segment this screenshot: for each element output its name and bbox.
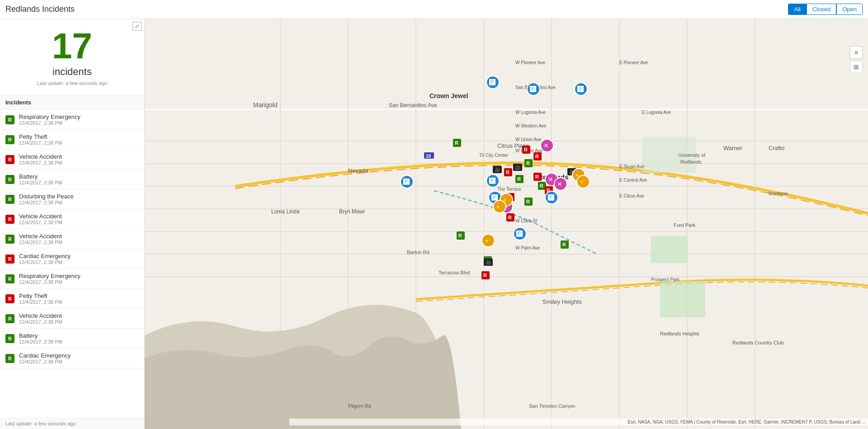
svg-text:Smiley Heights: Smiley Heights bbox=[542, 298, 582, 305]
svg-text:W Union Ave: W Union Ave bbox=[515, 137, 542, 142]
incident-info: Respiratory Emergency12/4/2017, 2:38 PM bbox=[19, 113, 139, 126]
svg-text:Nevada: Nevada bbox=[348, 167, 369, 174]
svg-text:+: + bbox=[485, 238, 488, 244]
list-item[interactable]: RPetty Theft12/4/2017, 2:38 PM bbox=[0, 289, 144, 309]
svg-text:R: R bbox=[458, 233, 462, 238]
svg-text:Barton Rd: Barton Rd bbox=[407, 250, 429, 255]
svg-text:W Lugonia Ave: W Lugonia Ave bbox=[515, 110, 546, 115]
svg-text:Bryn Mawr: Bryn Mawr bbox=[339, 208, 365, 215]
layers-button[interactable]: ≡ bbox=[850, 46, 863, 59]
svg-text:Redlands Country Club: Redlands Country Club bbox=[732, 340, 784, 345]
incident-icon: R bbox=[5, 334, 14, 343]
svg-text:Redlands Heights: Redlands Heights bbox=[660, 331, 699, 336]
list-item[interactable]: RBattery12/4/2017, 2:38 PM bbox=[0, 329, 144, 349]
svg-text:E Citrus Ave: E Citrus Ave bbox=[619, 193, 644, 198]
svg-text:R: R bbox=[483, 273, 487, 278]
svg-text:R: R bbox=[524, 147, 528, 152]
svg-text:Loma Linda: Loma Linda bbox=[271, 208, 300, 215]
svg-text:Mentone: Mentone bbox=[769, 191, 788, 196]
list-item[interactable]: RVehicle Accident12/4/2017, 2:38 PM bbox=[0, 150, 144, 170]
incident-info: Vehicle Accident12/4/2017, 2:38 PM bbox=[19, 153, 139, 165]
svg-text:🅿: 🅿 bbox=[403, 178, 410, 185]
svg-text:W Clark St: W Clark St bbox=[515, 218, 537, 223]
incident-name: Battery bbox=[19, 173, 139, 180]
incident-time: 12/4/2017, 2:38 PM bbox=[19, 359, 139, 364]
svg-rect-17 bbox=[651, 236, 687, 263]
filter-all-button[interactable]: All bbox=[788, 4, 806, 15]
svg-text:Crafto: Crafto bbox=[769, 145, 784, 151]
incident-info: Battery12/4/2017, 2:38 PM bbox=[19, 173, 139, 185]
list-item[interactable]: RCardiac Emergency12/4/2017, 2:38 PM bbox=[0, 249, 144, 269]
incident-name: Vehicle Accident bbox=[19, 233, 139, 240]
incident-time: 12/4/2017, 2:38 PM bbox=[19, 120, 139, 126]
incident-name: Petty Theft bbox=[19, 292, 139, 299]
svg-text:✕: ✕ bbox=[557, 180, 562, 188]
incident-icon: R bbox=[5, 255, 14, 264]
svg-text:R: R bbox=[508, 215, 512, 220]
incident-name: Vehicle Accident bbox=[19, 213, 139, 220]
app-title: Redlands Incidents bbox=[5, 5, 75, 14]
svg-text:R: R bbox=[455, 140, 458, 146]
incident-count: 17 bbox=[9, 28, 135, 64]
left-panel: ⤢ 17 incidents Last update: a few second… bbox=[0, 19, 145, 429]
incident-name: Cardiac Emergency bbox=[19, 253, 139, 259]
svg-text:Marigold: Marigold bbox=[253, 101, 278, 108]
svg-text:W Palm Ave: W Palm Ave bbox=[515, 245, 540, 250]
incidents-header: Incidents bbox=[0, 95, 144, 110]
svg-text:R: R bbox=[506, 170, 509, 175]
filter-open-button[interactable]: Open bbox=[836, 4, 863, 15]
svg-text:University of: University of bbox=[678, 152, 706, 158]
svg-text:R: R bbox=[540, 183, 543, 189]
list-item[interactable]: RPetty Theft12/4/2017, 2:38 PM bbox=[0, 130, 144, 150]
incident-time: 12/4/2017, 2:38 PM bbox=[19, 220, 139, 225]
list-item[interactable]: RDisturbing the Peace12/4/2017, 2:38 PM bbox=[0, 189, 144, 209]
incident-icon: R bbox=[5, 135, 14, 144]
incident-info: Respiratory Emergency12/4/2017, 2:38 PM bbox=[19, 273, 139, 285]
list-item[interactable]: RCardiac Emergency12/4/2017, 2:38 PM bbox=[0, 349, 144, 368]
svg-text:Terracina Blvd: Terracina Blvd bbox=[439, 270, 470, 275]
svg-text:Tri City Center: Tri City Center bbox=[479, 153, 509, 158]
svg-text:R: R bbox=[517, 176, 521, 182]
svg-text:✕: ✕ bbox=[548, 176, 553, 183]
list-item[interactable]: RBattery12/4/2017, 2:38 PM bbox=[0, 170, 144, 189]
incident-time: 12/4/2017, 2:38 PM bbox=[19, 299, 139, 305]
svg-text:The Terrace: The Terrace bbox=[497, 187, 522, 192]
main-content: ⤢ 17 incidents Last update: a few second… bbox=[0, 19, 868, 429]
svg-text:+: + bbox=[580, 179, 583, 185]
svg-text:🎥: 🎥 bbox=[495, 167, 500, 173]
incident-icon: R bbox=[5, 314, 14, 323]
list-item[interactable]: RRespiratory Emergency12/4/2017, 2:38 PM bbox=[0, 110, 144, 130]
map-attribution: Esri, NASA, NGA, USGS, FEMA | County of … bbox=[289, 419, 868, 425]
incident-info: Vehicle Accident12/4/2017, 2:38 PM bbox=[19, 213, 139, 225]
list-item[interactable]: RRespiratory Emergency12/4/2017, 2:38 PM bbox=[0, 269, 144, 289]
incident-icon: R bbox=[5, 195, 14, 204]
incident-time: 12/4/2017, 2:38 PM bbox=[19, 140, 139, 146]
incident-icon: R bbox=[5, 175, 14, 184]
svg-rect-18 bbox=[660, 281, 705, 317]
incidents-list[interactable]: RRespiratory Emergency12/4/2017, 2:38 PM… bbox=[0, 110, 144, 418]
svg-text:Ford Park: Ford Park bbox=[674, 222, 696, 228]
list-item[interactable]: RVehicle Accident12/4/2017, 2:38 PM bbox=[0, 209, 144, 229]
incident-info: Vehicle Accident12/4/2017, 2:38 PM bbox=[19, 312, 139, 325]
svg-text:R: R bbox=[535, 174, 539, 179]
incident-name: Respiratory Emergency bbox=[19, 273, 139, 279]
incident-time: 12/4/2017, 2:38 PM bbox=[19, 259, 139, 265]
incident-time: 12/4/2017, 2:38 PM bbox=[19, 200, 139, 205]
svg-text:🅿: 🅿 bbox=[489, 177, 495, 184]
svg-text:San Timoteo Canyon: San Timoteo Canyon bbox=[529, 403, 576, 409]
incident-time: 12/4/2017, 2:38 PM bbox=[19, 339, 139, 344]
app-header: Redlands Incidents All Closed Open bbox=[0, 0, 868, 19]
list-item[interactable]: RVehicle Accident12/4/2017, 2:38 PM bbox=[0, 229, 144, 249]
svg-text:🎥: 🎥 bbox=[515, 165, 521, 170]
list-item[interactable]: RVehicle Accident12/4/2017, 2:38 PM bbox=[0, 309, 144, 329]
map-container[interactable]: Marigold San Bernardino Ave Crown Jewel … bbox=[145, 19, 868, 429]
svg-text:+: + bbox=[496, 204, 500, 210]
map-controls: ≡ ⊞ bbox=[850, 46, 863, 73]
incident-info: Petty Theft12/4/2017, 2:38 PM bbox=[19, 292, 139, 305]
incident-icon: R bbox=[5, 294, 14, 303]
incident-icon: R bbox=[5, 235, 14, 244]
stats-section: ⤢ 17 incidents Last update: a few second… bbox=[0, 19, 144, 95]
filter-closed-button[interactable]: Closed bbox=[807, 4, 836, 15]
grid-button[interactable]: ⊞ bbox=[850, 61, 863, 73]
stats-expand-button[interactable]: ⤢ bbox=[132, 22, 142, 31]
